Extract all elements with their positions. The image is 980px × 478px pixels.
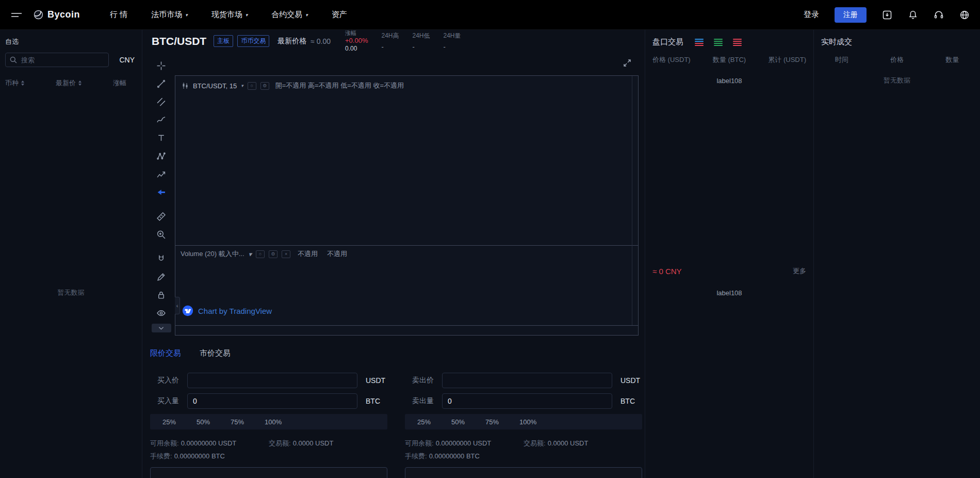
- orderbook-mode-switcher: [695, 38, 744, 46]
- nav-item-spot-market[interactable]: 现货市场 ▾: [211, 10, 248, 20]
- sell-available: 可用余额:0.00000000 USDT: [405, 439, 524, 448]
- orderbook-columns: 价格 (USDT) 数量 (BTC) 累计 (USDT): [645, 55, 813, 65]
- column-last-price[interactable]: 最新价: [56, 78, 81, 88]
- download-icon[interactable]: [882, 10, 892, 20]
- buy-percent-75[interactable]: 75%: [231, 418, 244, 426]
- parallel-channel-icon[interactable]: [154, 94, 169, 109]
- volume-settings-icon[interactable]: ⚙: [269, 250, 277, 258]
- search-box: [5, 53, 109, 67]
- nav-item-assets[interactable]: 资产: [332, 10, 347, 20]
- volume-visibility-icon[interactable]: ○: [256, 250, 265, 258]
- register-button[interactable]: 注册: [835, 7, 867, 23]
- panel-collapse-handle[interactable]: ‹: [175, 297, 180, 314]
- volume-close-icon[interactable]: ×: [282, 250, 290, 258]
- zoom-in-icon[interactable]: [154, 227, 169, 242]
- toolbar-collapse-chevron-icon[interactable]: [152, 324, 171, 332]
- sort-icon: [78, 81, 81, 86]
- column-change[interactable]: 涨幅: [113, 78, 126, 88]
- crosshair-icon[interactable]: [154, 58, 169, 73]
- asks-area: [645, 85, 813, 266]
- last-price-value: ≈ 0.00: [311, 37, 331, 45]
- support-headset-icon[interactable]: [934, 10, 944, 20]
- tab-market-order[interactable]: 市价交易: [200, 348, 231, 358]
- chevron-down-icon[interactable]: ▾: [241, 83, 243, 88]
- chart-plot-area[interactable]: BTC/USDT, 15 ▾ ○ ⚙ 開=不適用 高=不適用 低=不適用 收=不…: [175, 75, 639, 336]
- fee-label: 手续费:: [405, 452, 427, 460]
- buy-price-input[interactable]: [187, 373, 357, 388]
- sell-percent-75[interactable]: 75%: [485, 418, 499, 426]
- column-amount: 数量: [925, 55, 980, 65]
- bell-icon[interactable]: [908, 10, 918, 20]
- magnet-icon[interactable]: [154, 251, 169, 266]
- buy-percent-100[interactable]: 100%: [265, 418, 282, 426]
- change-percent: +0.00%: [345, 37, 368, 45]
- chart-symbol-interval[interactable]: BTC/USDT, 15: [193, 82, 237, 90]
- menu-icon[interactable]: [10, 10, 23, 20]
- volume-legend: Volume (20) 載入中... ▾ ○ ⚙ × 不適用 不適用: [181, 249, 638, 259]
- buy-price-row: 买入价 USDT: [150, 373, 387, 388]
- lock-icon[interactable]: [154, 288, 169, 302]
- xabcd-pattern-icon[interactable]: [154, 149, 169, 163]
- sell-submit-button[interactable]: [405, 467, 642, 478]
- column-amount: 数量 (BTC): [713, 55, 746, 65]
- more-link[interactable]: 更多: [793, 266, 806, 276]
- login-link[interactable]: 登录: [804, 10, 819, 20]
- logo[interactable]: Bycoin: [33, 9, 80, 20]
- column-symbol[interactable]: 币种: [5, 78, 24, 88]
- ruler-icon[interactable]: [154, 209, 169, 224]
- trades-columns: 时间 价格 数量: [814, 55, 980, 65]
- edit-pencil-icon[interactable]: [154, 269, 169, 284]
- trend-line-icon[interactable]: [154, 76, 169, 91]
- ohlc-values: 開=不適用 高=不適用 低=不適用 收=不適用: [275, 81, 404, 90]
- sort-icon: [21, 81, 24, 86]
- buy-percent-25[interactable]: 25%: [162, 418, 176, 426]
- legend-visibility-icon[interactable]: ○: [248, 82, 256, 90]
- orderbook-mid-row: ≈ 0 CNY 更多: [645, 266, 813, 276]
- forecast-icon[interactable]: [154, 167, 169, 181]
- sell-percent-25[interactable]: 25%: [417, 418, 431, 426]
- nav-item-contract-trade[interactable]: 合约交易 ▾: [271, 10, 308, 20]
- brush-icon[interactable]: [154, 113, 169, 127]
- legend-settings-icon[interactable]: ⚙: [260, 82, 269, 90]
- buy-percent-50[interactable]: 50%: [197, 418, 210, 426]
- sell-price-input[interactable]: [442, 373, 612, 388]
- orderbook-mode-sells-icon[interactable]: [733, 38, 744, 46]
- pair-title: BTC/USDT: [152, 35, 206, 47]
- change-label: 涨幅: [345, 30, 368, 37]
- orderbook-mode-both-icon[interactable]: [695, 38, 706, 46]
- buy-amount-row: 买入量 BTC: [150, 393, 387, 409]
- stat-value: -: [412, 43, 430, 51]
- stat-label: 24H低: [412, 31, 430, 40]
- nav-item-fiat-market[interactable]: 法币市场 ▾: [151, 10, 188, 20]
- buy-submit-button[interactable]: [150, 467, 387, 478]
- nav-item-market[interactable]: 行 情: [110, 10, 127, 20]
- last-price-label: 最新价格: [277, 37, 306, 46]
- asks-placeholder: label108: [645, 77, 813, 85]
- fullscreen-icon[interactable]: [623, 59, 631, 67]
- watchlist-panel: 自选 CNY 币种 最新价: [0, 30, 142, 478]
- search-icon: [9, 56, 18, 64]
- buy-fee: 手续费:0.00000000 BTC: [150, 452, 269, 461]
- chevron-down-icon[interactable]: ▾: [249, 250, 252, 258]
- eye-icon[interactable]: [154, 306, 169, 320]
- trades-title: 实时成交: [814, 37, 980, 47]
- sell-price-unit: USDT: [620, 376, 642, 385]
- buy-amount-input[interactable]: [187, 393, 357, 409]
- column-label: 币种: [5, 78, 19, 88]
- column-label: 最新价: [56, 78, 76, 88]
- language-globe-icon[interactable]: [959, 10, 970, 20]
- change-stat: 涨幅 +0.00% 0.00: [345, 30, 368, 52]
- hide-drawings-arrow-icon[interactable]: [154, 185, 169, 199]
- sell-form: 卖出价 USDT 卖出量 BTC 25% 50% 75%: [405, 373, 642, 478]
- volume-label[interactable]: Volume (20) 載入中...: [181, 249, 244, 259]
- mid-price-cny: ≈ 0 CNY: [652, 267, 682, 276]
- tab-limit-order[interactable]: 限价交易: [150, 348, 181, 358]
- sell-percent-100[interactable]: 100%: [519, 418, 536, 426]
- currency-selector[interactable]: CNY: [119, 56, 135, 64]
- tradingview-attribution[interactable]: Chart by TradingView: [182, 305, 272, 316]
- sell-amount-input[interactable]: [442, 393, 612, 409]
- text-tool-icon[interactable]: [154, 131, 169, 145]
- sell-percent-50[interactable]: 50%: [451, 418, 465, 426]
- search-input[interactable]: [5, 53, 109, 67]
- orderbook-mode-buys-icon[interactable]: [714, 38, 725, 46]
